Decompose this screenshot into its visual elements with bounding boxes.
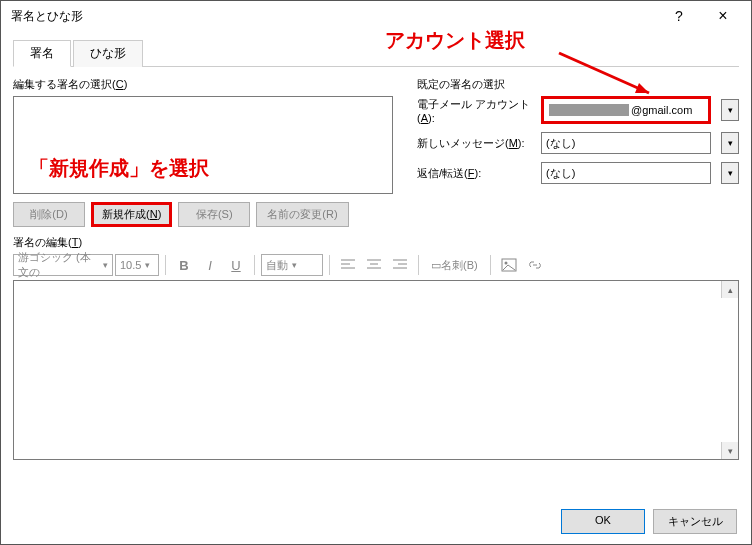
font-select[interactable]: 游ゴシック (本文の▾: [13, 254, 113, 276]
align-center-button[interactable]: [362, 254, 386, 276]
ok-button[interactable]: OK: [561, 509, 645, 534]
image-button[interactable]: [497, 254, 521, 276]
font-size-select[interactable]: 10.5▾: [115, 254, 159, 276]
help-button[interactable]: ?: [657, 1, 701, 31]
email-account-dropdown-arrow[interactable]: ▾: [721, 99, 739, 121]
business-card-button[interactable]: ▭ 名刺(B): [425, 254, 484, 276]
email-account-select[interactable]: @gmail.com: [545, 100, 707, 120]
reply-forward-label: 返信/転送(F):: [417, 166, 535, 181]
tab-template[interactable]: ひな形: [73, 40, 143, 67]
dialog-footer: OK キャンセル: [1, 499, 751, 544]
cancel-button[interactable]: キャンセル: [653, 509, 737, 534]
new-button[interactable]: 新規作成(N): [91, 202, 172, 227]
titlebar: 署名とひな形 ? ×: [1, 1, 751, 31]
signature-editor[interactable]: ▴ ▾: [13, 280, 739, 460]
reply-forward-dropdown-arrow[interactable]: ▾: [721, 162, 739, 184]
email-account-label: 電子メール アカウント(A):: [417, 97, 535, 124]
editor-toolbar: 游ゴシック (本文の▾ 10.5▾ B I U 自動▾ ▭ 名刺(B): [13, 254, 739, 276]
scroll-up-button[interactable]: ▴: [721, 281, 738, 298]
align-right-button[interactable]: [388, 254, 412, 276]
rename-button[interactable]: 名前の変更(R): [256, 202, 348, 227]
email-account-highlight: @gmail.com: [541, 96, 711, 124]
new-message-label: 新しいメッセージ(M):: [417, 136, 535, 151]
default-sig-label: 既定の署名の選択: [417, 77, 739, 92]
new-message-dropdown-arrow[interactable]: ▾: [721, 132, 739, 154]
save-button[interactable]: 保存(S): [178, 202, 250, 227]
underline-button[interactable]: U: [224, 254, 248, 276]
signature-listbox[interactable]: [13, 96, 393, 194]
link-button[interactable]: [523, 254, 547, 276]
window-title: 署名とひな形: [11, 8, 657, 25]
delete-button[interactable]: 削除(D): [13, 202, 85, 227]
redacted-icon: [549, 104, 629, 116]
tab-signature[interactable]: 署名: [13, 40, 71, 67]
reply-forward-select[interactable]: (なし): [541, 162, 711, 184]
close-button[interactable]: ×: [701, 1, 745, 31]
svg-point-10: [504, 262, 507, 265]
font-color-select[interactable]: 自動▾: [261, 254, 323, 276]
signature-select-label: 編集する署名の選択(C): [13, 77, 393, 92]
tab-bar: 署名 ひな形: [13, 39, 739, 67]
italic-button[interactable]: I: [198, 254, 222, 276]
scroll-down-button[interactable]: ▾: [721, 442, 738, 459]
dialog-content: 署名 ひな形 編集する署名の選択(C) 削除(D) 新規作成(N) 保存(S) …: [1, 31, 751, 499]
bold-button[interactable]: B: [172, 254, 196, 276]
new-message-select[interactable]: (なし): [541, 132, 711, 154]
editor-label: 署名の編集(T): [13, 235, 739, 250]
align-left-button[interactable]: [336, 254, 360, 276]
